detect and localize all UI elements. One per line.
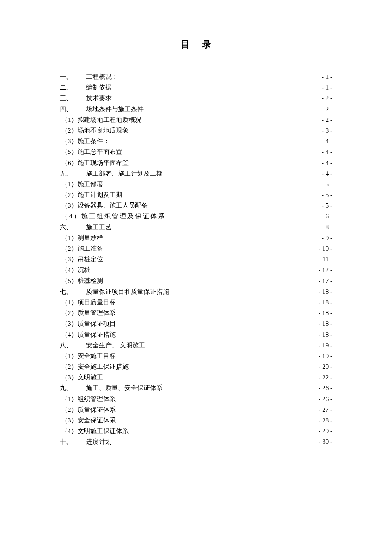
toc-entry-label: 二、 <box>60 82 86 93</box>
toc-entry: 九、施工、质量、安全保证体系- 26 - <box>60 383 332 393</box>
toc-entry-page: - 5 - <box>322 200 332 211</box>
toc-entry: （1）测量放样- 9 - <box>60 233 332 243</box>
toc-entry: （5）桩基检测- 17 - <box>60 276 332 286</box>
toc-entry-page: - 10 - <box>319 243 333 254</box>
toc-entry-label: （4） <box>60 426 78 436</box>
toc-entry: （6）施工现场平面布置- 4 - <box>60 158 332 168</box>
toc-entry-page: - 27 - <box>319 405 333 415</box>
toc-entry-label: （1） <box>60 233 78 243</box>
toc-entry-label: （1） <box>60 351 78 361</box>
toc-entry: 六、施工工艺- 8 - <box>60 222 332 233</box>
toc-entry-label: 五、 <box>60 168 86 179</box>
toc-entry-label: （3） <box>60 372 78 383</box>
toc-entry-text: 技术要求 <box>86 93 112 104</box>
toc-entry-page: - 4 - <box>322 147 332 157</box>
toc-entry: （4）施工组织管理及保证体系- 6 - <box>60 211 332 222</box>
toc-entry-page: - 5 - <box>322 190 332 200</box>
toc-entry-text: 安全保证体系 <box>78 415 116 426</box>
toc-entry-page: - 20 - <box>319 361 333 372</box>
toc-entry-page: - 1 - <box>322 72 332 82</box>
toc-entry-text: 安全施工目标 <box>78 351 116 361</box>
toc-entry-page: - 9 - <box>322 233 332 243</box>
toc-entry-label: （1） <box>60 115 78 125</box>
toc-entry: （1）拟建场地工程地质概况- 2 - <box>60 115 332 125</box>
toc-entry-page: - 18 - <box>319 286 333 297</box>
toc-entry-page: - 22 - <box>319 372 333 383</box>
toc-entry-text: 施工工艺 <box>86 222 112 233</box>
toc-entry-text: 施工部署 <box>78 179 103 190</box>
toc-entry-text: 拟建场地工程地质概况 <box>78 115 141 125</box>
toc-entry-label: （3） <box>60 136 78 147</box>
toc-entry: （5）施工总平面布置- 4 - <box>60 147 332 157</box>
toc-entry: （2）施工准备- 10 - <box>60 243 332 254</box>
toc-entry: （3）文明施工- 22 - <box>60 372 332 383</box>
toc-entry: （3）设备器具、施工人员配备- 5 - <box>60 200 332 211</box>
toc-entry: （2）质量管理体系- 18 - <box>60 308 332 318</box>
toc-entry-page: - 26 - <box>319 383 333 393</box>
toc-entry-label: （4） <box>60 265 78 275</box>
toc-entry: 五、施工部署、施工计划及工期- 4 - <box>60 168 332 179</box>
toc-entry-page: - 2 - <box>322 104 332 115</box>
toc-entry-text: 施工部署、施工计划及工期 <box>86 168 163 179</box>
toc-entry-text: 施工现场平面布置 <box>78 158 129 168</box>
toc-entry-label: 七、 <box>60 286 86 297</box>
toc-entry: 二、编制依据- 1 - <box>60 82 332 93</box>
toc-entry-text: 组织管理体系 <box>78 394 116 405</box>
toc-entry-label: （3） <box>60 318 78 329</box>
toc-entry: 十、进度计划- 30 - <box>60 436 332 447</box>
toc-entry-text: 设备器具、施工人员配备 <box>78 200 148 211</box>
toc-entry-page: - 4 - <box>322 168 332 179</box>
toc-entry: （4）沉桩- 12 - <box>60 265 332 275</box>
toc-entry-label: （2） <box>60 308 78 318</box>
toc-entry-page: - 28 - <box>319 415 333 426</box>
toc-entry-text: 施工准备 <box>78 243 103 254</box>
toc-entry: （4）文明施工保证体系- 29 - <box>60 426 332 436</box>
toc-entry: 三、技术要求- 2 - <box>60 93 332 104</box>
toc-entry: 一、工程概况：- 1 - <box>60 72 332 82</box>
toc-entry-label: （6） <box>60 158 78 168</box>
toc-entry-page: - 3 - <box>322 125 332 136</box>
table-of-contents: 一、工程概况：- 1 -二、编制依据- 1 -三、技术要求- 2 -四、场地条件… <box>60 72 332 448</box>
toc-entry-label: （2） <box>60 190 78 200</box>
toc-entry-page: - 19 - <box>319 351 333 361</box>
toc-entry-label: （3） <box>60 254 78 265</box>
toc-entry: （4）质量保证措施- 18 - <box>60 330 332 340</box>
toc-entry-label: （1） <box>60 394 78 405</box>
toc-entry-page: - 2 - <box>322 93 332 104</box>
toc-entry-text: 施工计划及工期 <box>78 190 122 200</box>
toc-entry-page: - 5 - <box>322 179 332 190</box>
toc-entry-text: 安全施工保证措施 <box>78 361 129 372</box>
toc-entry: 四、场地条件与施工条件- 2 - <box>60 104 332 115</box>
toc-entry: （3）安全保证体系- 28 - <box>60 415 332 426</box>
toc-entry-page: - 19 - <box>319 340 333 351</box>
toc-entry-label: （2） <box>60 125 78 136</box>
toc-entry: 八、安全生产、 文明施工- 19 - <box>60 340 332 351</box>
toc-entry-label: （3） <box>60 415 78 426</box>
toc-entry: （2）安全施工保证措施- 20 - <box>60 361 332 372</box>
toc-entry-label: 八、 <box>60 340 86 351</box>
toc-entry-label: （4） <box>60 211 81 222</box>
toc-entry: （1）施工部署- 5 - <box>60 179 332 190</box>
toc-entry-page: - 18 - <box>319 318 333 329</box>
toc-entry-page: - 4 - <box>322 158 332 168</box>
toc-entry-page: - 4 - <box>322 136 332 147</box>
toc-entry-label: 四、 <box>60 104 86 115</box>
toc-entry: （2）质量保证体系- 27 - <box>60 405 332 415</box>
toc-entry-label: （1） <box>60 297 78 308</box>
toc-entry-page: - 18 - <box>319 297 333 308</box>
toc-entry-page: - 1 - <box>322 82 332 93</box>
toc-entry-label: （2） <box>60 361 78 372</box>
toc-title: 目录 <box>60 38 332 50</box>
toc-entry-text: 施工条件： <box>78 136 110 147</box>
toc-entry-label: （5） <box>60 276 78 286</box>
toc-entry-text: 施工、质量、安全保证体系 <box>86 383 163 393</box>
toc-entry-text: 施工组织管理及保证体系 <box>81 211 166 222</box>
toc-entry-text: 场地条件与施工条件 <box>86 104 144 115</box>
toc-entry: （2）施工计划及工期- 5 - <box>60 190 332 200</box>
toc-entry-text: 施工总平面布置 <box>78 147 122 157</box>
toc-entry-label: 一、 <box>60 72 86 82</box>
toc-entry-text: 文明施工 <box>78 372 103 383</box>
toc-entry-text: 文明施工保证体系 <box>78 426 129 436</box>
toc-entry-page: - 2 - <box>322 115 332 125</box>
toc-entry-text: 质量保证措施 <box>78 330 116 340</box>
